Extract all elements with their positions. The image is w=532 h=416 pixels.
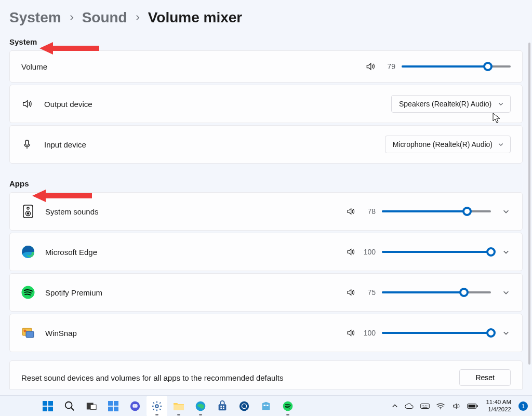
- volume-value: 79: [382, 62, 395, 71]
- svg-point-44: [427, 405, 428, 405]
- task-view-button[interactable]: [81, 396, 102, 417]
- svg-rect-38: [267, 405, 269, 406]
- svg-rect-15: [48, 407, 53, 411]
- app-name: Spotify Premium: [45, 288, 345, 297]
- onedrive-icon[interactable]: [405, 402, 414, 410]
- volume-icon[interactable]: [451, 402, 461, 410]
- output-device-select[interactable]: Speakers (Realtek(R) Audio): [391, 95, 511, 113]
- svg-rect-13: [48, 401, 53, 406]
- scrollbar[interactable]: [528, 43, 530, 365]
- speaker-icon[interactable]: [345, 328, 356, 338]
- taskbar-app[interactable]: [256, 396, 276, 417]
- svg-rect-22: [114, 407, 118, 411]
- breadcrumb-system[interactable]: System: [9, 9, 61, 26]
- winsnap-icon: [21, 326, 35, 340]
- reset-row: Reset sound devices and volumes for all …: [9, 360, 523, 390]
- chevron-right-icon: [135, 15, 141, 21]
- widgets-button[interactable]: [103, 396, 124, 417]
- svg-point-2: [27, 207, 29, 209]
- app-volume-slider[interactable]: [382, 328, 491, 338]
- svg-rect-48: [477, 405, 478, 407]
- svg-rect-24: [132, 404, 137, 407]
- svg-point-43: [425, 405, 426, 405]
- svg-rect-45: [423, 407, 428, 407]
- speaker-icon[interactable]: [365, 61, 376, 72]
- svg-rect-19: [108, 401, 113, 406]
- expand-button[interactable]: [501, 328, 511, 338]
- svg-rect-40: [421, 404, 430, 408]
- svg-point-9: [24, 330, 26, 332]
- breadcrumb-current: Volume mixer: [148, 9, 243, 26]
- section-system-label: System: [9, 37, 523, 46]
- volume-label: Volume: [21, 62, 365, 71]
- expand-button[interactable]: [501, 207, 511, 216]
- volume-slider[interactable]: [402, 61, 511, 72]
- svg-rect-33: [220, 407, 222, 409]
- svg-rect-21: [108, 407, 113, 411]
- start-button[interactable]: [37, 396, 58, 417]
- svg-rect-28: [174, 405, 184, 410]
- expand-button[interactable]: [501, 247, 511, 257]
- notification-badge[interactable]: 1: [518, 401, 528, 411]
- speaker-icon[interactable]: [345, 287, 356, 298]
- input-device-card: Input device Microphone (Realtek(R) Audi…: [9, 125, 523, 164]
- input-device-select[interactable]: Microphone (Realtek(R) Audio): [385, 136, 511, 153]
- breadcrumb: System Sound Volume mixer: [9, 9, 523, 26]
- breadcrumb-sound[interactable]: Sound: [82, 9, 127, 26]
- app-name: System sounds: [45, 207, 345, 216]
- svg-point-4: [28, 213, 29, 214]
- app-volume-slider[interactable]: [382, 206, 491, 217]
- taskbar-time: 11:40 AM: [486, 399, 511, 406]
- svg-rect-32: [223, 406, 224, 407]
- app-volume-slider[interactable]: [382, 287, 491, 298]
- app-volume-value: 75: [362, 288, 376, 297]
- app-volume-slider[interactable]: [382, 247, 491, 257]
- svg-rect-20: [114, 401, 118, 406]
- speaker-icon[interactable]: [345, 247, 356, 257]
- edge-icon: [21, 245, 35, 259]
- taskbar-spotify[interactable]: [277, 396, 298, 417]
- svg-point-41: [422, 405, 423, 405]
- output-device-card: Output device Speakers (Realtek(R) Audio…: [9, 85, 523, 123]
- taskbar-store[interactable]: [212, 396, 233, 417]
- search-button[interactable]: [59, 396, 80, 417]
- app-name: WinSnap: [45, 329, 345, 338]
- app-row-spotify: Spotify Premium 75: [9, 273, 523, 312]
- keyboard-icon[interactable]: [420, 402, 430, 410]
- taskbar-edge[interactable]: [190, 396, 211, 417]
- chevron-down-icon: [498, 101, 504, 107]
- svg-point-25: [134, 405, 135, 406]
- taskbar-app[interactable]: [234, 396, 255, 417]
- spotify-icon: [21, 286, 35, 299]
- expand-button[interactable]: [501, 288, 511, 297]
- tray-chevron-up-icon[interactable]: [391, 402, 398, 410]
- app-row-system-sounds: System sounds 78: [9, 192, 523, 231]
- system-sounds-icon: [21, 205, 35, 218]
- battery-icon[interactable]: [467, 402, 478, 410]
- svg-rect-0: [25, 140, 29, 145]
- svg-rect-18: [90, 405, 96, 409]
- app-volume-value: 100: [362, 248, 376, 256]
- output-device-value: Speakers (Realtek(R) Audio): [399, 100, 491, 108]
- svg-point-27: [155, 405, 158, 408]
- svg-rect-49: [469, 405, 476, 407]
- chat-button[interactable]: [125, 396, 145, 417]
- input-device-value: Microphone (Realtek(R) Audio): [393, 140, 493, 149]
- taskbar: 11:40 AM 1/4/2022 1: [0, 395, 532, 416]
- section-apps-label: Apps: [9, 179, 523, 188]
- speaker-icon[interactable]: [345, 206, 356, 217]
- app-name: Microsoft Edge: [45, 248, 345, 257]
- reset-button[interactable]: Reset: [459, 369, 511, 386]
- output-device-label: Output device: [44, 100, 391, 109]
- app-volume-value: 78: [362, 207, 376, 216]
- input-device-label: Input device: [44, 140, 385, 149]
- wifi-icon[interactable]: [436, 402, 445, 410]
- svg-point-42: [424, 405, 424, 405]
- taskbar-explorer[interactable]: [168, 396, 189, 417]
- svg-rect-31: [220, 406, 222, 407]
- taskbar-date: 1/4/2022: [486, 406, 511, 413]
- svg-rect-30: [219, 404, 227, 410]
- svg-rect-8: [26, 331, 34, 338]
- taskbar-settings[interactable]: [147, 396, 167, 417]
- taskbar-clock[interactable]: 11:40 AM 1/4/2022: [486, 399, 511, 412]
